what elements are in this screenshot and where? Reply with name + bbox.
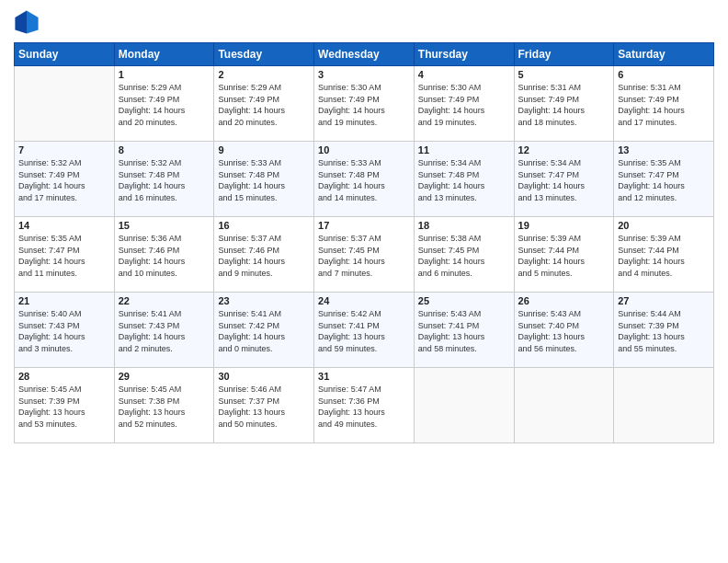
calendar-cell: 13Sunrise: 5:35 AM Sunset: 7:47 PM Dayli… (614, 142, 714, 217)
calendar-cell: 21Sunrise: 5:40 AM Sunset: 7:43 PM Dayli… (15, 293, 115, 368)
calendar-cell: 4Sunrise: 5:30 AM Sunset: 7:49 PM Daylig… (414, 66, 514, 142)
day-number: 15 (119, 220, 210, 231)
calendar-cell: 23Sunrise: 5:41 AM Sunset: 7:42 PM Dayli… (214, 293, 314, 368)
calendar-cell: 26Sunrise: 5:43 AM Sunset: 7:40 PM Dayli… (514, 293, 614, 368)
calendar-cell: 16Sunrise: 5:37 AM Sunset: 7:46 PM Dayli… (214, 217, 314, 293)
day-number: 31 (318, 371, 410, 382)
day-info: Sunrise: 5:42 AM Sunset: 7:41 PM Dayligh… (318, 308, 410, 354)
calendar-table: SundayMondayTuesdayWednesdayThursdayFrid… (14, 42, 714, 443)
day-number: 20 (618, 220, 710, 231)
calendar-cell: 29Sunrise: 5:45 AM Sunset: 7:38 PM Dayli… (114, 368, 214, 443)
day-info: Sunrise: 5:31 AM Sunset: 7:49 PM Dayligh… (518, 82, 610, 128)
calendar-cell: 31Sunrise: 5:47 AM Sunset: 7:36 PM Dayli… (314, 368, 415, 443)
weekday-saturday: Saturday (614, 43, 714, 66)
weekday-sunday: Sunday (15, 43, 115, 66)
day-info: Sunrise: 5:41 AM Sunset: 7:43 PM Dayligh… (119, 308, 210, 354)
svg-marker-1 (27, 10, 39, 33)
day-number: 5 (518, 69, 610, 80)
day-info: Sunrise: 5:34 AM Sunset: 7:47 PM Dayligh… (518, 157, 610, 203)
calendar-cell: 11Sunrise: 5:34 AM Sunset: 7:48 PM Dayli… (414, 142, 514, 217)
day-number: 17 (318, 220, 410, 231)
day-info: Sunrise: 5:37 AM Sunset: 7:45 PM Dayligh… (318, 233, 410, 279)
day-info: Sunrise: 5:39 AM Sunset: 7:44 PM Dayligh… (618, 233, 710, 279)
day-info: Sunrise: 5:40 AM Sunset: 7:43 PM Dayligh… (18, 308, 110, 354)
weekday-thursday: Thursday (414, 43, 514, 66)
day-number: 22 (119, 295, 210, 306)
calendar-week-3: 21Sunrise: 5:40 AM Sunset: 7:43 PM Dayli… (15, 293, 714, 368)
calendar-cell: 28Sunrise: 5:45 AM Sunset: 7:39 PM Dayli… (15, 368, 115, 443)
day-number: 16 (218, 220, 310, 231)
calendar-cell (514, 368, 614, 443)
day-number: 21 (18, 295, 110, 306)
calendar-cell: 15Sunrise: 5:36 AM Sunset: 7:46 PM Dayli… (114, 217, 214, 293)
day-info: Sunrise: 5:41 AM Sunset: 7:42 PM Dayligh… (218, 308, 310, 354)
day-info: Sunrise: 5:30 AM Sunset: 7:49 PM Dayligh… (418, 82, 510, 128)
day-number: 13 (618, 144, 710, 155)
day-number: 23 (218, 295, 310, 306)
day-number: 29 (119, 371, 210, 382)
day-number: 14 (18, 220, 110, 231)
day-info: Sunrise: 5:39 AM Sunset: 7:44 PM Dayligh… (518, 233, 610, 279)
logo-icon (14, 9, 40, 35)
day-number: 30 (218, 371, 310, 382)
weekday-tuesday: Tuesday (214, 43, 314, 66)
page-container: SundayMondayTuesdayWednesdayThursdayFrid… (0, 0, 728, 453)
calendar-cell: 25Sunrise: 5:43 AM Sunset: 7:41 PM Dayli… (414, 293, 514, 368)
day-info: Sunrise: 5:37 AM Sunset: 7:46 PM Dayligh… (218, 233, 310, 279)
day-info: Sunrise: 5:33 AM Sunset: 7:48 PM Dayligh… (318, 157, 410, 203)
day-info: Sunrise: 5:44 AM Sunset: 7:39 PM Dayligh… (618, 308, 710, 354)
calendar-cell: 6Sunrise: 5:31 AM Sunset: 7:49 PM Daylig… (614, 66, 714, 142)
calendar-cell: 1Sunrise: 5:29 AM Sunset: 7:49 PM Daylig… (114, 66, 214, 142)
day-number: 1 (119, 69, 210, 80)
day-number: 26 (518, 295, 610, 306)
header (14, 9, 714, 35)
day-info: Sunrise: 5:29 AM Sunset: 7:49 PM Dayligh… (218, 82, 310, 128)
calendar-cell: 7Sunrise: 5:32 AM Sunset: 7:49 PM Daylig… (15, 142, 115, 217)
calendar-cell (414, 368, 514, 443)
day-info: Sunrise: 5:35 AM Sunset: 7:47 PM Dayligh… (18, 233, 110, 279)
calendar-cell: 24Sunrise: 5:42 AM Sunset: 7:41 PM Dayli… (314, 293, 415, 368)
day-number: 4 (418, 69, 510, 80)
calendar-cell: 17Sunrise: 5:37 AM Sunset: 7:45 PM Dayli… (314, 217, 415, 293)
calendar-cell: 12Sunrise: 5:34 AM Sunset: 7:47 PM Dayli… (514, 142, 614, 217)
calendar-cell: 10Sunrise: 5:33 AM Sunset: 7:48 PM Dayli… (314, 142, 415, 217)
calendar-cell (614, 368, 714, 443)
day-info: Sunrise: 5:47 AM Sunset: 7:36 PM Dayligh… (318, 384, 410, 430)
day-info: Sunrise: 5:31 AM Sunset: 7:49 PM Dayligh… (618, 82, 710, 128)
day-info: Sunrise: 5:35 AM Sunset: 7:47 PM Dayligh… (618, 157, 710, 203)
day-number: 11 (418, 144, 510, 155)
calendar-cell: 2Sunrise: 5:29 AM Sunset: 7:49 PM Daylig… (214, 66, 314, 142)
calendar-week-2: 14Sunrise: 5:35 AM Sunset: 7:47 PM Dayli… (15, 217, 714, 293)
calendar-body: 1Sunrise: 5:29 AM Sunset: 7:49 PM Daylig… (15, 66, 714, 443)
weekday-wednesday: Wednesday (314, 43, 415, 66)
day-info: Sunrise: 5:30 AM Sunset: 7:49 PM Dayligh… (318, 82, 410, 128)
calendar-cell: 8Sunrise: 5:32 AM Sunset: 7:48 PM Daylig… (114, 142, 214, 217)
day-info: Sunrise: 5:32 AM Sunset: 7:48 PM Dayligh… (119, 157, 210, 203)
day-info: Sunrise: 5:29 AM Sunset: 7:49 PM Dayligh… (119, 82, 210, 128)
day-number: 9 (218, 144, 310, 155)
day-number: 2 (218, 69, 310, 80)
svg-marker-2 (15, 10, 27, 33)
calendar-cell: 18Sunrise: 5:38 AM Sunset: 7:45 PM Dayli… (414, 217, 514, 293)
weekday-friday: Friday (514, 43, 614, 66)
day-number: 10 (318, 144, 410, 155)
day-number: 7 (18, 144, 110, 155)
day-info: Sunrise: 5:45 AM Sunset: 7:39 PM Dayligh… (18, 384, 110, 430)
calendar-cell: 14Sunrise: 5:35 AM Sunset: 7:47 PM Dayli… (15, 217, 115, 293)
calendar-cell (15, 66, 115, 142)
day-info: Sunrise: 5:38 AM Sunset: 7:45 PM Dayligh… (418, 233, 510, 279)
day-info: Sunrise: 5:45 AM Sunset: 7:38 PM Dayligh… (119, 384, 210, 430)
day-number: 24 (318, 295, 410, 306)
weekday-monday: Monday (114, 43, 214, 66)
day-number: 19 (518, 220, 610, 231)
day-number: 6 (618, 69, 710, 80)
calendar-week-1: 7Sunrise: 5:32 AM Sunset: 7:49 PM Daylig… (15, 142, 714, 217)
day-number: 18 (418, 220, 510, 231)
calendar-cell: 3Sunrise: 5:30 AM Sunset: 7:49 PM Daylig… (314, 66, 415, 142)
calendar-cell: 22Sunrise: 5:41 AM Sunset: 7:43 PM Dayli… (114, 293, 214, 368)
day-info: Sunrise: 5:43 AM Sunset: 7:41 PM Dayligh… (418, 308, 510, 354)
day-number: 25 (418, 295, 510, 306)
calendar-cell: 19Sunrise: 5:39 AM Sunset: 7:44 PM Dayli… (514, 217, 614, 293)
day-info: Sunrise: 5:46 AM Sunset: 7:37 PM Dayligh… (218, 384, 310, 430)
day-info: Sunrise: 5:43 AM Sunset: 7:40 PM Dayligh… (518, 308, 610, 354)
